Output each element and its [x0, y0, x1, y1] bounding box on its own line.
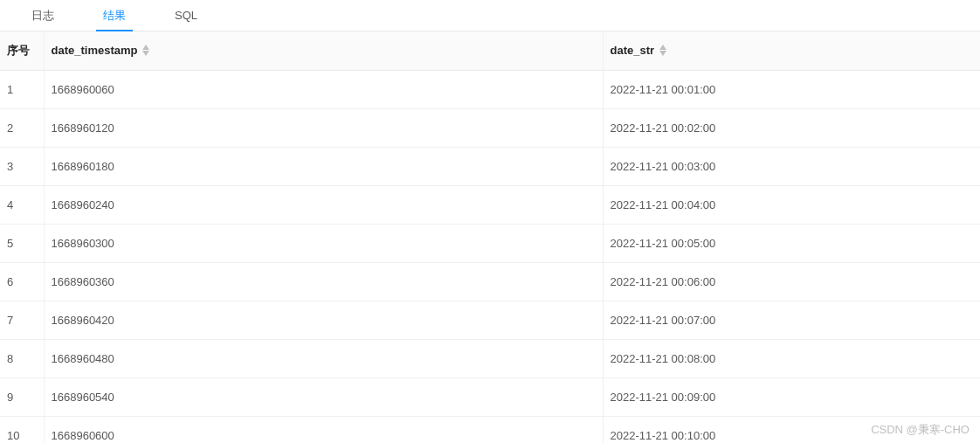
svg-marker-0 [142, 45, 149, 50]
cell-seq: 4 [0, 185, 44, 224]
sort-icon[interactable] [659, 45, 666, 56]
sort-icon[interactable] [142, 45, 149, 56]
cell-datestr: 2022-11-21 00:05:00 [603, 224, 980, 262]
column-header-datestr[interactable]: date_str [603, 31, 980, 70]
cell-timestamp: 1668960360 [44, 262, 603, 301]
cell-timestamp: 1668960420 [44, 301, 603, 339]
tab-result-label: 结果 [103, 8, 126, 24]
table-row[interactable]: 816689604802022-11-21 00:08:00 [0, 339, 980, 377]
tab-bar: 日志 结果 SQL [0, 0, 980, 31]
cell-timestamp: 1668960600 [44, 416, 603, 443]
tab-log[interactable]: 日志 [7, 0, 79, 31]
table-row[interactable]: 616689603602022-11-21 00:06:00 [0, 262, 980, 301]
cell-datestr: 2022-11-21 00:07:00 [603, 301, 980, 339]
table-row[interactable]: 416689602402022-11-21 00:04:00 [0, 185, 980, 224]
table-body: 116689600602022-11-21 00:01:002166896012… [0, 70, 980, 443]
cell-seq: 6 [0, 262, 44, 301]
cell-timestamp: 1668960240 [44, 185, 603, 224]
table-row[interactable]: 1016689606002022-11-21 00:10:00 [0, 416, 980, 443]
column-header-seq[interactable]: 序号 [0, 31, 44, 70]
cell-seq: 10 [0, 416, 44, 443]
table-row[interactable]: 316689601802022-11-21 00:03:00 [0, 147, 980, 185]
column-header-seq-label: 序号 [7, 43, 30, 59]
cell-seq: 2 [0, 108, 44, 147]
table-header-row: 序号 date_timestamp date_str [0, 31, 980, 70]
cell-seq: 9 [0, 377, 44, 416]
cell-timestamp: 1668960540 [44, 377, 603, 416]
tab-log-label: 日志 [31, 8, 54, 24]
cell-datestr: 2022-11-21 00:09:00 [603, 377, 980, 416]
cell-seq: 3 [0, 147, 44, 185]
table-row[interactable]: 916689605402022-11-21 00:09:00 [0, 377, 980, 416]
table-row[interactable]: 516689603002022-11-21 00:05:00 [0, 224, 980, 262]
cell-datestr: 2022-11-21 00:03:00 [603, 147, 980, 185]
cell-datestr: 2022-11-21 00:08:00 [603, 339, 980, 377]
tab-result[interactable]: 结果 [79, 0, 150, 31]
table-row[interactable]: 716689604202022-11-21 00:07:00 [0, 301, 980, 339]
tab-sql[interactable]: SQL [150, 0, 222, 31]
cell-datestr: 2022-11-21 00:04:00 [603, 185, 980, 224]
cell-timestamp: 1668960300 [44, 224, 603, 262]
cell-datestr: 2022-11-21 00:06:00 [603, 262, 980, 301]
cell-seq: 7 [0, 301, 44, 339]
cell-timestamp: 1668960060 [44, 70, 603, 108]
svg-marker-1 [142, 51, 149, 56]
cell-seq: 5 [0, 224, 44, 262]
svg-marker-3 [659, 51, 666, 56]
cell-datestr: 2022-11-21 00:10:00 [603, 416, 980, 443]
svg-marker-2 [659, 45, 666, 50]
table-row[interactable]: 216689601202022-11-21 00:02:00 [0, 108, 980, 147]
cell-timestamp: 1668960180 [44, 147, 603, 185]
result-table: 序号 date_timestamp date_str [0, 31, 980, 443]
cell-datestr: 2022-11-21 00:02:00 [603, 108, 980, 147]
cell-datestr: 2022-11-21 00:01:00 [603, 70, 980, 108]
cell-timestamp: 1668960480 [44, 339, 603, 377]
table-row[interactable]: 116689600602022-11-21 00:01:00 [0, 70, 980, 108]
cell-timestamp: 1668960120 [44, 108, 603, 147]
cell-seq: 8 [0, 339, 44, 377]
tab-sql-label: SQL [175, 9, 197, 22]
cell-seq: 1 [0, 70, 44, 108]
column-header-timestamp[interactable]: date_timestamp [44, 31, 603, 70]
column-header-timestamp-label: date_timestamp [52, 44, 138, 57]
column-header-datestr-label: date_str [611, 44, 655, 57]
